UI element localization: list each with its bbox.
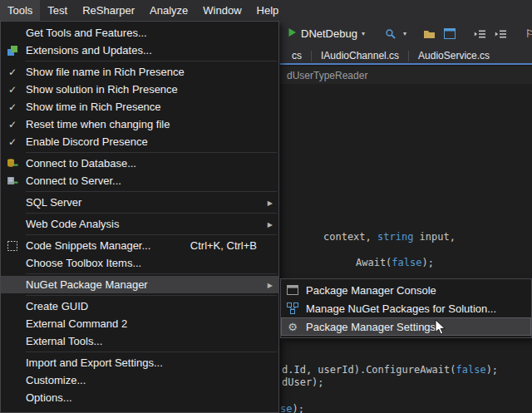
- new-window-button[interactable]: [442, 27, 457, 41]
- menubar-item-test[interactable]: Test: [40, 0, 75, 21]
- menu-item-nuget-package-manager[interactable]: NuGet Package Manager ▶: [1, 276, 278, 293]
- submenu-item-label: Manage NuGet Packages for Solution...: [304, 302, 496, 315]
- indent-increase-button[interactable]: [493, 27, 509, 41]
- checkmark-icon: ✓: [1, 137, 24, 147]
- code-line: dUser);: [282, 376, 324, 388]
- tab-iaudiochannel[interactable]: IAudioChannel.cs: [312, 47, 408, 65]
- menu-item-sql-server[interactable]: SQL Server ▶: [1, 194, 278, 211]
- menu-item-label: Customize...: [24, 374, 86, 386]
- menu-item-options[interactable]: Options...: [1, 389, 278, 406]
- menu-item-label: Connect to Server...: [24, 175, 121, 187]
- database-connect-icon: [1, 158, 24, 170]
- menu-item-label: Show solution in Rich Presence: [24, 83, 178, 96]
- menu-item-label: Web Code Analysis: [24, 218, 120, 230]
- submenu-arrow-icon: ▶: [268, 199, 273, 206]
- menu-item-label: NuGet Package Manager: [24, 278, 148, 291]
- menu-item-label: Extensions and Updates...: [24, 44, 152, 57]
- menu-item-show-solution[interactable]: ✓ Show solution in Rich Presence: [1, 81, 278, 98]
- menu-item-web-code-analysis[interactable]: Web Code Analysis ▶: [1, 215, 278, 233]
- menubar-item-label: Help: [257, 4, 279, 17]
- menu-item-create-guid[interactable]: Create GUID: [1, 297, 278, 315]
- submenu-item-package-manager-settings[interactable]: ⚙ Package Manager Settings: [281, 317, 531, 336]
- menu-item-label: External Command 2: [24, 317, 127, 330]
- menu-item-get-tools-and-features[interactable]: Get Tools and Features...: [1, 24, 278, 42]
- tools-menu-panel: Get Tools and Features... Extensions and…: [0, 21, 279, 413]
- start-debug-button[interactable]: DNetDebug ▾: [284, 26, 368, 42]
- code-token: );: [421, 257, 433, 268]
- gear-glyph: ⚙: [288, 322, 298, 332]
- indent-decrease-button[interactable]: [472, 27, 488, 41]
- submenu-item-label: Package Manager Settings: [304, 321, 436, 333]
- menu-bar: Tools Test ReSharper Analyze Window Help: [0, 0, 532, 21]
- menu-item-label: Connect to Database...: [24, 157, 136, 170]
- menu-item-import-export-settings[interactable]: Import and Export Settings...: [1, 354, 278, 371]
- checkmark-icon: ✓: [1, 85, 24, 95]
- menu-item-external-command-2[interactable]: External Command 2: [1, 315, 278, 332]
- submenu-item-manage-nuget-packages[interactable]: Manage NuGet Packages for Solution...: [281, 299, 531, 317]
- submenu-item-package-manager-console[interactable]: Package Manager Console: [281, 281, 531, 299]
- checkmark-icon: ✓: [1, 102, 24, 112]
- menu-item-extensions-and-updates[interactable]: Extensions and Updates...: [1, 42, 278, 59]
- menu-item-label: Show file name in Rich Presence: [24, 66, 185, 78]
- menubar-item-label: Analyze: [150, 4, 188, 17]
- tab-label: cs: [292, 50, 302, 61]
- gear-icon: ⚙: [281, 322, 304, 332]
- menu-item-connect-to-database[interactable]: Connect to Database...: [1, 155, 278, 172]
- menubar-item-label: Test: [47, 4, 67, 17]
- code-token: dUser);: [282, 376, 324, 388]
- breadcrumb-type-name: dUserTypeReader: [287, 70, 367, 81]
- menubar-item-tools[interactable]: Tools: [0, 0, 40, 21]
- code-line: se);: [280, 403, 304, 413]
- menubar-item-analyze[interactable]: Analyze: [142, 0, 195, 21]
- checkmark-glyph: ✓: [8, 67, 17, 77]
- menubar-item-window[interactable]: Window: [195, 0, 249, 21]
- open-folder-button[interactable]: [421, 27, 437, 41]
- checkmark-icon: ✓: [1, 67, 24, 77]
- submenu-arrow-icon: ▶: [268, 220, 273, 228]
- search-button[interactable]: [383, 27, 398, 42]
- menu-item-external-tools[interactable]: External Tools...: [1, 332, 278, 350]
- chevron-down-icon[interactable]: ▾: [403, 31, 406, 37]
- nuget-submenu-panel: Package Manager Console Manage NuGet Pac…: [280, 278, 532, 338]
- menu-item-label: Code Snippets Manager...: [24, 239, 150, 252]
- menu-item-label: Options...: [24, 391, 72, 404]
- menu-separator: [26, 295, 277, 296]
- menu-separator: [26, 352, 277, 352]
- code-token: false: [392, 257, 421, 268]
- code-line: context, string input,: [323, 231, 456, 243]
- extensions-icon: [1, 45, 24, 57]
- menubar-item-label: ReSharper: [82, 4, 135, 17]
- snippets-icon: [1, 240, 24, 252]
- code-token: );: [292, 403, 303, 413]
- menu-item-label: SQL Server: [24, 196, 81, 209]
- menu-item-choose-toolbox-items[interactable]: Choose Toolbox Items...: [1, 254, 278, 272]
- menubar-item-resharper[interactable]: ReSharper: [75, 0, 142, 21]
- tab-partial[interactable]: cs: [283, 47, 311, 65]
- menu-item-reset-time[interactable]: ✓ Reset time when changing file: [1, 116, 278, 133]
- code-token: false: [456, 364, 486, 376]
- checkmark-glyph: ✓: [8, 85, 17, 95]
- menu-item-show-time[interactable]: ✓ Show time in Rich Presence: [1, 98, 278, 116]
- menu-item-show-file-name[interactable]: ✓ Show file name in Rich Presence: [1, 63, 278, 81]
- navigation-bar[interactable]: dUserTypeReader: [280, 66, 532, 84]
- menu-item-label: Show time in Rich Presence: [24, 101, 161, 113]
- menu-item-connect-to-server[interactable]: Connect to Server...: [1, 172, 278, 189]
- code-token: d.Id, userId).ConfigureAwait(: [282, 364, 456, 376]
- manage-packages-icon: [281, 302, 304, 314]
- menu-item-enable-discord-presence[interactable]: ✓ Enable Discord Presence: [1, 133, 278, 150]
- menu-item-code-snippets-manager[interactable]: Code Snippets Manager... Ctrl+K, Ctrl+B: [1, 237, 278, 254]
- menu-separator: [26, 152, 277, 153]
- menu-item-label: Create GUID: [24, 300, 88, 312]
- bookmark-icon[interactable]: ⚐: [524, 27, 532, 41]
- code-line: Await(false);: [356, 257, 434, 268]
- checkmark-icon: ✓: [1, 120, 24, 130]
- menu-item-label: Choose Toolbox Items...: [24, 257, 141, 269]
- menubar-item-help[interactable]: Help: [249, 0, 287, 21]
- menu-item-customize[interactable]: Customize...: [1, 371, 278, 389]
- play-icon: [288, 27, 297, 40]
- checkmark-glyph: ✓: [8, 137, 17, 147]
- submenu-item-label: Package Manager Console: [304, 284, 436, 297]
- tab-audioservice[interactable]: AudioService.cs: [409, 47, 499, 65]
- code-token: string: [377, 231, 413, 243]
- code-token: );: [486, 364, 498, 376]
